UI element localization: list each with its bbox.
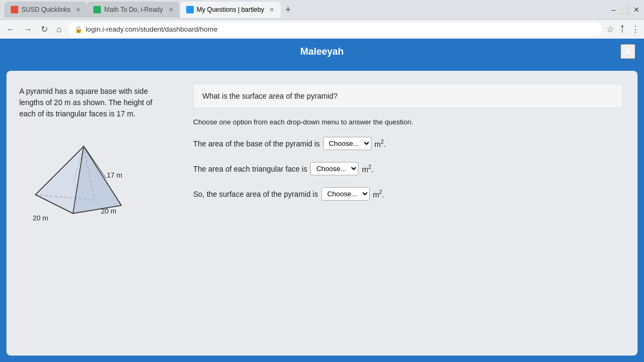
problem-text: A pyramid has a square base with side le… (19, 86, 165, 120)
row3-prefix: So, the surface area of the pyramid is (193, 190, 318, 198)
question-box: What is the surface area of the pyramid? (193, 84, 623, 108)
tab-bar: SUSD Quicklinks ✕ Math To Do, i-Ready ✕ … (0, 0, 644, 19)
tab-susd-label: SUSD Quicklinks (21, 6, 70, 13)
row3-unit: m2. (373, 189, 384, 199)
tab-iready-label: Math To Do, i-Ready (104, 6, 163, 13)
menu-icon[interactable]: ⋮ (631, 24, 640, 34)
question-row-2: The area of each triangular face is Choo… (193, 162, 623, 175)
question-row-3: So, the surface area of the pyramid is C… (193, 187, 623, 201)
minimize-icon[interactable]: – (611, 5, 616, 14)
svg-text:17 m: 17 m (107, 171, 122, 179)
tab-iready-close[interactable]: ✕ (169, 6, 173, 13)
surface-area-dropdown[interactable]: Choose... 1760 2080 2400 2720 (321, 187, 370, 201)
row2-unit: m2. (362, 164, 373, 174)
base-area-dropdown[interactable]: Choose... 400 800 1200 1600 (323, 137, 371, 150)
address-bar: ← → ↻ ⌂ 🔒 login.i-ready.com/student/dash… (0, 19, 644, 39)
forward-button[interactable]: → (21, 23, 34, 36)
extension-icon[interactable]: ⭡ (618, 24, 627, 34)
row2-prefix: The area of each triangular face is (193, 165, 307, 173)
app-container: Maleeyah ✕ A pyramid has a square base w… (0, 39, 644, 362)
browser-chrome: SUSD Quicklinks ✕ Math To Do, i-Ready ✕ … (0, 0, 644, 39)
row1-prefix: The area of the base of the pyramid is (193, 139, 320, 148)
lock-icon: 🔒 (75, 26, 83, 33)
tab-susd[interactable]: SUSD Quicklinks ✕ (4, 2, 87, 18)
tab-susd-close[interactable]: ✕ (76, 6, 80, 13)
right-panel: What is the surface area of the pyramid?… (178, 71, 638, 356)
pyramid-svg: 17 m 20 m 20 m (19, 130, 153, 238)
bartleby-favicon (186, 6, 194, 13)
tab-iready[interactable]: Math To Do, i-Ready ✕ (87, 2, 179, 18)
svg-text:20 m: 20 m (101, 207, 116, 215)
new-tab-button[interactable]: + (281, 4, 295, 16)
back-button[interactable]: ← (4, 23, 17, 36)
app-title: Maleeyah (300, 46, 343, 57)
tab-bartleby-label: My Questions | bartleby (197, 6, 265, 13)
address-text: login.i-ready.com/student/dashboard/home (86, 25, 217, 33)
triangle-area-dropdown[interactable]: Choose... 170 340 680 1360 (310, 162, 358, 175)
close-button[interactable]: ✕ (620, 44, 635, 59)
bookmark-icon[interactable]: ☆ (606, 24, 614, 34)
reload-button[interactable]: ↻ (39, 22, 50, 36)
restore-icon[interactable]: ⬜ (620, 5, 629, 14)
window-close-icon[interactable]: ✕ (633, 5, 640, 14)
browser-toolbar-icons: ☆ ⭡ ⋮ (606, 24, 640, 34)
instruction-text: Choose one option from each drop-down me… (193, 118, 623, 126)
susd-favicon (11, 6, 18, 13)
address-input[interactable]: 🔒 login.i-ready.com/student/dashboard/ho… (68, 23, 602, 36)
pyramid-diagram: 17 m 20 m 20 m (19, 130, 165, 240)
question-row-1: The area of the base of the pyramid is C… (193, 137, 623, 150)
browser-actions: – ⬜ ✕ (611, 5, 640, 14)
left-panel: A pyramid has a square base with side le… (6, 71, 178, 356)
row1-unit: m2. (375, 139, 386, 149)
iready-favicon (93, 6, 101, 13)
app-header: Maleeyah ✕ (0, 39, 644, 64)
svg-text:20 m: 20 m (33, 214, 48, 222)
tab-bartleby-close[interactable]: ✕ (269, 6, 274, 13)
home-button[interactable]: ⌂ (54, 23, 64, 36)
content-area: A pyramid has a square base with side le… (6, 71, 638, 356)
question-box-text: What is the surface area of the pyramid? (202, 92, 338, 100)
tab-bartleby[interactable]: My Questions | bartleby ✕ (180, 2, 281, 18)
